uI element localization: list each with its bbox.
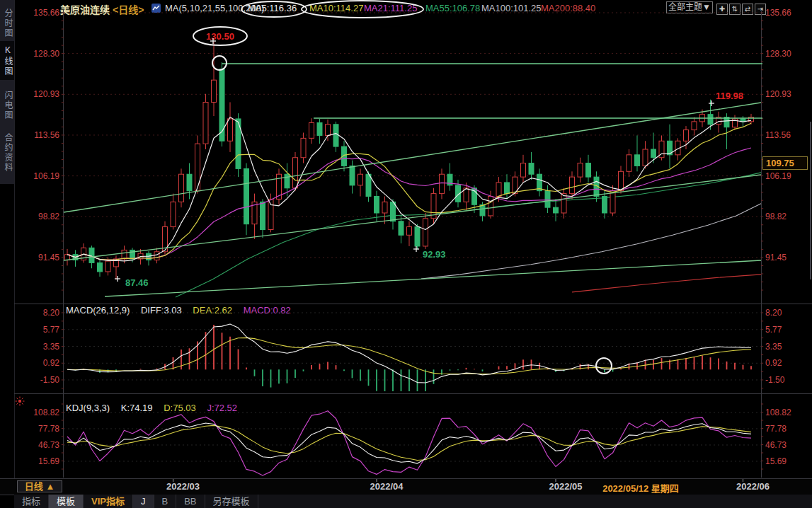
ma-legend-item: MA55:106.78	[425, 3, 480, 13]
svg-text:128.30: 128.30	[33, 49, 59, 59]
svg-text:15.69: 15.69	[765, 456, 787, 466]
svg-text:91.45: 91.45	[38, 253, 59, 262]
svg-text:8.20: 8.20	[765, 308, 782, 318]
month-label: 2022/03	[166, 481, 200, 492]
period-selector-button[interactable]: 日线 ▲	[17, 480, 62, 492]
svg-text:98.82: 98.82	[38, 212, 59, 221]
svg-text:0.92: 0.92	[765, 358, 782, 368]
kline-chart-icon	[151, 3, 161, 16]
main-chart-area[interactable]	[64, 16, 761, 304]
svg-text:120.93: 120.93	[33, 89, 59, 99]
svg-text:15.69: 15.69	[38, 456, 59, 466]
macd-panel-area[interactable]	[64, 304, 761, 393]
month-label: 2022/05	[549, 481, 583, 492]
indicator-alarm-icon[interactable]	[15, 396, 25, 409]
svg-text:98.82: 98.82	[765, 212, 787, 221]
tab-另存模板[interactable]: 另存模板	[205, 495, 258, 508]
svg-text:106.19: 106.19	[33, 171, 59, 181]
ma-legend-item: MA200:88.40	[541, 3, 595, 13]
trading-app-window: 分时图K线图闪电图合约资料 美原油连续 <日线> MA(5,10,21,55,1…	[0, 0, 812, 508]
svg-text:5.77: 5.77	[765, 325, 782, 335]
svg-text:77.78: 77.78	[765, 424, 787, 434]
svg-text:120.93: 120.93	[765, 89, 791, 99]
tab-VIP指标[interactable]: VIP指标	[84, 495, 133, 508]
zoom-horizontal-icon[interactable]: ⇄	[742, 4, 753, 15]
svg-text:-1.50: -1.50	[765, 375, 785, 385]
tab-模板[interactable]: 模板	[49, 495, 84, 508]
pan-move-icon[interactable]: ✚	[716, 4, 728, 15]
svg-text:0.92: 0.92	[43, 358, 60, 368]
top-bar: 美原油连续 <日线> MA(5,10,21,55,100,200) MA5:11…	[0, 0, 812, 16]
svg-text:-1.50: -1.50	[40, 375, 60, 385]
svg-text:108.82: 108.82	[765, 408, 791, 417]
kdj-panel-area[interactable]	[64, 394, 761, 478]
period-tag[interactable]: <日线>	[113, 2, 144, 16]
ma-legend-item: MA5:116.36	[248, 3, 297, 13]
tab-BB[interactable]: BB	[176, 495, 205, 508]
month-label: 2022/06	[736, 481, 770, 492]
svg-text:113.56: 113.56	[34, 130, 59, 140]
svg-text:108.82: 108.82	[33, 408, 59, 417]
svg-text:91.45: 91.45	[765, 253, 787, 262]
sidebar-item-flash-chart[interactable]: 闪电图	[0, 86, 14, 125]
shift-right-icon[interactable]: ⇥	[755, 4, 766, 15]
svg-text:5.77: 5.77	[43, 325, 60, 335]
sidebar-item-kline-chart[interactable]: K线图	[0, 41, 14, 80]
sidebar-item-contract-info[interactable]: 合约资料	[0, 128, 14, 178]
ma-legend-item: MA100:101.25	[481, 3, 542, 13]
svg-text:3.35: 3.35	[765, 342, 782, 352]
themes-dropdown-button[interactable]: 全部主题▼	[666, 1, 713, 13]
month-label: 2022/04	[370, 481, 404, 492]
svg-text:46.73: 46.73	[765, 440, 787, 450]
chart-tool-icons: ✚⇅⇄⇥	[716, 1, 767, 15]
ma-legend-item: MA10:114.27	[309, 3, 363, 13]
date-axis-row: 日线 ▲ 2022/032022/042022/052022/062022/05…	[0, 478, 812, 495]
zoom-vertical-icon[interactable]: ⇅	[729, 4, 740, 15]
current-price-tag: 109.75	[766, 158, 794, 168]
chart-mode-sidebar: 分时图K线图闪电图合约资料	[0, 0, 15, 508]
indicator-tab-bar: 指标模板VIP指标JBBB另存模板	[14, 495, 812, 508]
svg-text:106.19: 106.19	[765, 171, 791, 181]
svg-text:113.56: 113.56	[765, 130, 791, 140]
svg-text:46.73: 46.73	[38, 440, 59, 450]
svg-text:128.30: 128.30	[765, 49, 791, 59]
tab-指标[interactable]: 指标	[14, 495, 49, 508]
symbol-name: 美原油连续	[60, 2, 110, 16]
ma-legend-item: MA21:111.25	[364, 3, 417, 13]
crosshair-date: 2022/05/12 星期四	[602, 481, 679, 495]
tab-J[interactable]: J	[133, 495, 154, 508]
svg-text:3.35: 3.35	[43, 342, 60, 352]
svg-text:8.20: 8.20	[43, 308, 60, 318]
svg-text:77.78: 77.78	[38, 424, 59, 434]
tab-B[interactable]: B	[154, 495, 177, 508]
